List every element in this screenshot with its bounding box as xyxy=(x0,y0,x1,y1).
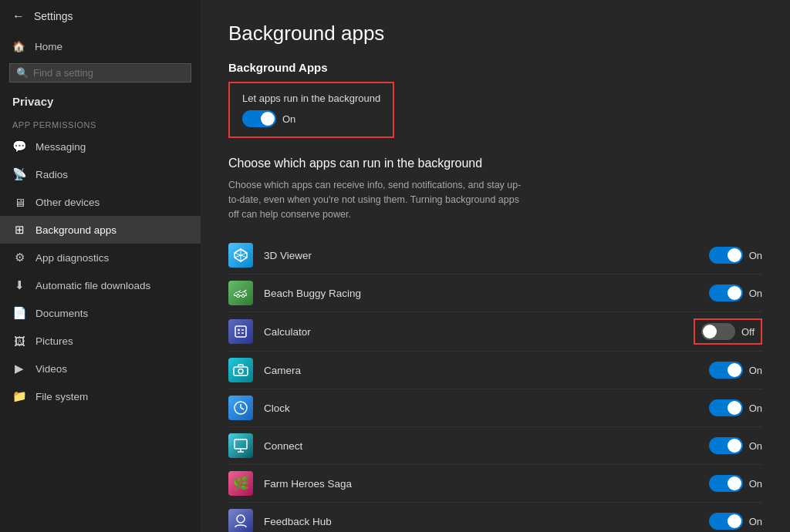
app-toggle-label-farm-heroes: On xyxy=(749,478,762,490)
app-row-3d-viewer: 3D Viewer On xyxy=(228,237,762,274)
toggle-thumb xyxy=(261,112,275,126)
app-toggle-area-calculator: Off xyxy=(694,318,762,345)
toggle-thumb xyxy=(728,363,741,377)
file-system-icon xyxy=(12,389,26,403)
sidebar-item-automatic-file-downloads[interactable]: Automatic file downloads xyxy=(0,271,201,299)
app-toggle-area-clock: On xyxy=(709,399,762,416)
window-title: Settings xyxy=(34,10,73,22)
toggle-thumb xyxy=(728,401,741,415)
sidebar-label-messaging: Messaging xyxy=(35,141,86,153)
sidebar-label-radios: Radios xyxy=(35,169,68,180)
app-row-clock: Clock On xyxy=(228,389,762,427)
svg-rect-4 xyxy=(235,326,246,337)
app-toggle-label-feedback-hub: On xyxy=(749,516,762,527)
pictures-icon xyxy=(12,334,26,348)
app-name-connect: Connect xyxy=(264,440,698,452)
sidebar-item-other-devices[interactable]: Other devices xyxy=(0,188,201,216)
app-row-feedback-hub: Feedback Hub On xyxy=(228,503,762,532)
sidebar-item-app-diagnostics[interactable]: App diagnostics xyxy=(0,244,201,271)
toggle-thumb xyxy=(728,439,741,453)
sidebar-label-background-apps: Background apps xyxy=(35,224,116,236)
let-apps-box: Let apps run in the background On xyxy=(228,82,394,138)
app-toggle-clock[interactable] xyxy=(709,399,743,416)
app-toggle-feedback-hub[interactable] xyxy=(709,513,743,530)
sidebar-label-file-system: File system xyxy=(35,391,88,402)
app-toggle-camera[interactable] xyxy=(709,362,743,379)
sidebar-label-documents: Documents xyxy=(35,308,88,319)
sidebar-item-messaging[interactable]: Messaging xyxy=(0,133,201,160)
app-icon-beach-buggy: 🏎 xyxy=(228,281,253,305)
app-toggle-label-calculator: Off xyxy=(741,326,755,338)
app-icon-connect xyxy=(228,433,253,458)
app-toggle-label-camera: On xyxy=(749,365,762,376)
app-icon-feedback-hub xyxy=(228,509,253,532)
sidebar-label-other-devices: Other devices xyxy=(35,197,100,208)
back-button[interactable]: ← xyxy=(12,9,25,23)
sidebar-label-videos: Videos xyxy=(35,363,67,375)
sidebar-header: ← Settings xyxy=(0,0,201,32)
app-row-farm-heroes: 🌿 Farm Heroes Saga On xyxy=(228,465,762,503)
app-name-feedback-hub: Feedback Hub xyxy=(264,516,698,527)
app-row-beach-buggy: 🏎 Beach Buggy Racing On xyxy=(228,274,762,312)
sidebar-item-pictures[interactable]: Pictures xyxy=(0,327,201,355)
app-icon-3d-viewer xyxy=(228,243,253,268)
home-icon xyxy=(12,40,25,52)
documents-icon xyxy=(12,306,26,320)
svg-rect-10 xyxy=(234,367,248,375)
automatic-downloads-icon xyxy=(12,278,26,292)
videos-icon xyxy=(12,362,26,375)
toggle-thumb xyxy=(728,476,741,490)
background-apps-icon xyxy=(12,223,26,237)
sidebar-item-home[interactable]: Home xyxy=(0,32,201,60)
search-box[interactable]: 🔍 xyxy=(9,63,191,82)
toggle-thumb xyxy=(728,514,741,528)
toggle-thumb xyxy=(703,325,717,338)
app-diagnostics-icon xyxy=(12,251,26,264)
app-row-camera: Camera On xyxy=(228,352,762,389)
app-name-camera: Camera xyxy=(264,365,698,376)
sidebar-item-radios[interactable]: Radios xyxy=(0,160,201,188)
app-permissions-label: App permissions xyxy=(0,111,201,133)
app-toggle-farm-heroes[interactable] xyxy=(709,475,743,492)
app-toggle-area-camera: On xyxy=(709,362,762,379)
app-toggle-label-beach-buggy: On xyxy=(749,288,762,299)
app-name-beach-buggy: Beach Buggy Racing xyxy=(264,288,698,299)
app-toggle-calculator[interactable] xyxy=(701,323,735,340)
app-list: 3D Viewer On 🏎 Beach Buggy Racing On xyxy=(228,237,762,532)
sidebar-label-automatic-downloads: Automatic file downloads xyxy=(35,280,150,291)
sidebar-label-app-diagnostics: App diagnostics xyxy=(35,252,109,264)
sidebar: ← Settings Home 🔍 Privacy App permission… xyxy=(0,0,201,532)
let-apps-toggle[interactable] xyxy=(242,110,276,127)
toggle-thumb xyxy=(728,248,741,262)
sidebar-item-file-system[interactable]: File system xyxy=(0,382,201,410)
app-toggle-area-feedback-hub: On xyxy=(709,513,762,530)
app-name-calculator: Calculator xyxy=(264,326,683,338)
section-title: Background Apps xyxy=(228,61,762,74)
app-name-farm-heroes: Farm Heroes Saga xyxy=(264,478,698,490)
let-apps-toggle-label: On xyxy=(282,113,295,125)
app-toggle-beach-buggy[interactable] xyxy=(709,285,743,301)
privacy-label: Privacy xyxy=(0,89,201,111)
sidebar-item-documents[interactable]: Documents xyxy=(0,299,201,327)
let-apps-toggle-row: On xyxy=(242,110,380,127)
app-toggle-label-3d-viewer: On xyxy=(749,250,762,261)
app-toggle-3d-viewer[interactable] xyxy=(709,247,743,264)
search-input[interactable] xyxy=(33,67,184,79)
app-toggle-connect[interactable] xyxy=(709,437,743,454)
sidebar-label-pictures: Pictures xyxy=(35,335,73,347)
sidebar-item-background-apps[interactable]: Background apps xyxy=(0,216,201,244)
svg-point-18 xyxy=(237,515,245,523)
app-name-clock: Clock xyxy=(264,402,698,414)
app-icon-clock xyxy=(228,396,253,420)
app-toggle-label-clock: On xyxy=(749,402,762,414)
messaging-icon xyxy=(12,140,26,153)
app-toggle-area-connect: On xyxy=(709,437,762,454)
app-icon-camera xyxy=(228,358,253,382)
app-name-3d-viewer: 3D Viewer xyxy=(264,250,698,261)
svg-rect-15 xyxy=(235,439,247,449)
home-label: Home xyxy=(35,41,62,52)
other-devices-icon xyxy=(12,195,26,209)
sidebar-item-videos[interactable]: Videos xyxy=(0,355,201,382)
page-title: Background apps xyxy=(228,22,762,45)
svg-point-11 xyxy=(238,369,243,374)
